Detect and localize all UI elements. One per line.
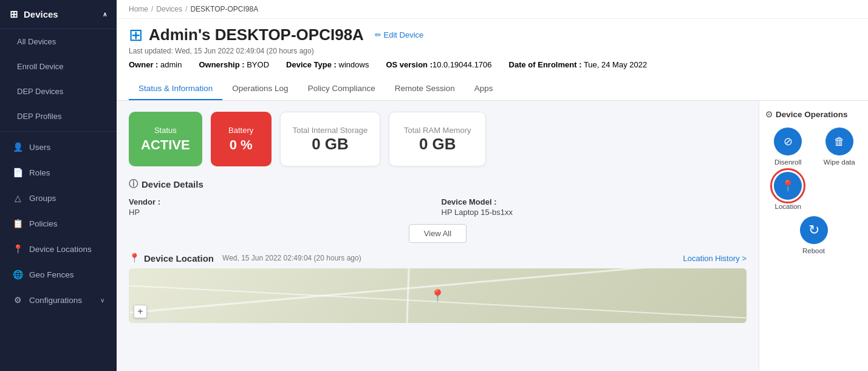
vendor-value: HP xyxy=(129,208,434,217)
sidebar: ⊞ Devices ∧ All Devices Enroll Device DE… xyxy=(0,0,117,371)
battery-label: Battery xyxy=(228,126,253,135)
ops-item-location: 📍 Location xyxy=(765,172,811,210)
location-header: 📍 Device Location Wed, 15 Jun 2022 02:49… xyxy=(129,253,747,264)
vendor-label: Vendor : xyxy=(129,197,434,206)
vendor-detail: Vendor : HP xyxy=(129,197,434,217)
policies-icon: 📋 xyxy=(12,219,23,228)
ram-value: 0 GB xyxy=(419,135,456,154)
roles-icon: 📄 xyxy=(12,168,23,177)
configurations-icon: ⚙ xyxy=(12,295,23,305)
reboot-button[interactable]: ↻ xyxy=(800,216,828,244)
map-background: 📍 xyxy=(129,268,747,323)
location-timestamp: Wed, 15 Jun 2022 02:49:04 (20 hours ago) xyxy=(222,254,361,262)
disenroll-button[interactable]: ⊘ xyxy=(774,128,802,155)
breadcrumb: Home / Devices / DESKTOP-OPCI98A xyxy=(117,0,868,19)
device-details-section: ⓘ Device Details Vendor : HP Device Mode… xyxy=(129,179,747,243)
devices-icon: ⊞ xyxy=(10,9,18,20)
tab-policy[interactable]: Policy Compliance xyxy=(298,78,385,100)
main-content: Home / Devices / DESKTOP-OPCI98A ⊞ Admin… xyxy=(117,0,868,371)
breadcrumb-devices[interactable]: Devices xyxy=(156,5,182,13)
status-cards: Status ACTIVE Battery 0 % Total Internal… xyxy=(129,112,747,166)
tab-apps[interactable]: Apps xyxy=(465,78,503,100)
geo-fences-icon: 🌐 xyxy=(12,270,23,279)
location-title: 📍 Device Location Wed, 15 Jun 2022 02:49… xyxy=(129,253,361,264)
storage-label: Total Internal Storage xyxy=(293,126,368,135)
tab-status[interactable]: Status & Information xyxy=(129,78,222,100)
windows-icon: ⊞ xyxy=(129,25,143,45)
sidebar-item-groups[interactable]: △ Groups xyxy=(0,185,117,211)
ops-item-wipe-data: 🗑 Wipe data xyxy=(817,128,863,166)
ops-item-disenroll: ⊘ Disenroll xyxy=(765,128,811,166)
map-placeholder: 📍 + xyxy=(129,268,747,323)
model-detail: Device Model : HP Laptop 15-bs1xx xyxy=(442,197,747,217)
ops-grid: ⊘ Disenroll 🗑 Wipe data 📍 Location xyxy=(765,128,862,210)
disenroll-label: Disenroll xyxy=(774,158,802,166)
breadcrumb-sep-1: / xyxy=(151,5,153,13)
sidebar-sub-items: All Devices Enroll Device DEP Devices DE… xyxy=(0,29,117,129)
sidebar-item-policies[interactable]: 📋 Policies xyxy=(0,211,117,236)
breadcrumb-sep-2: / xyxy=(185,5,187,13)
enrollment-label: Date of Enrolment : xyxy=(509,60,582,69)
ops-title-icon: ⊙ xyxy=(765,109,773,119)
battery-value: 0 % xyxy=(230,137,253,153)
devices-chevron: ∧ xyxy=(103,11,107,18)
battery-card: Battery 0 % xyxy=(211,112,272,166)
location-history-link[interactable]: Location History > xyxy=(683,254,747,263)
sidebar-item-users[interactable]: 👤 Users xyxy=(0,134,117,160)
storage-value: 0 GB xyxy=(312,135,349,154)
device-type-value: windows xyxy=(339,60,369,69)
map-pin-icon: 📍 xyxy=(430,288,445,303)
users-icon: 👤 xyxy=(12,142,23,152)
location-label: Location xyxy=(775,203,801,210)
sidebar-item-all-devices[interactable]: All Devices xyxy=(0,29,117,54)
device-location-section: 📍 Device Location Wed, 15 Jun 2022 02:49… xyxy=(129,253,747,323)
owner-value: admin xyxy=(160,60,182,69)
sidebar-item-device-locations[interactable]: 📍 Device Locations xyxy=(0,236,117,262)
wipe-data-label: Wipe data xyxy=(824,158,855,166)
sidebar-devices-header[interactable]: ⊞ Devices ∧ xyxy=(0,0,117,29)
tabs-bar: Status & Information Operations Log Poli… xyxy=(117,78,868,101)
map-zoom-in-button[interactable]: + xyxy=(134,305,147,318)
location-button[interactable]: 📍 xyxy=(774,172,802,200)
ram-label: Total RAM Memory xyxy=(404,126,471,135)
detail-grid: Vendor : HP Device Model : HP Laptop 15-… xyxy=(129,197,747,217)
sidebar-item-roles[interactable]: 📄 Roles xyxy=(0,160,117,185)
device-details-title: Device Details xyxy=(142,179,203,189)
status-label: Status xyxy=(154,126,177,135)
storage-card: Total Internal Storage 0 GB xyxy=(280,112,381,166)
device-operations-panel: ⊙ Device Operations ⊘ Disenroll 🗑 Wipe d… xyxy=(759,101,868,371)
ops-item-reboot: ↻ Reboot xyxy=(765,216,862,254)
status-value: ACTIVE xyxy=(141,137,190,153)
tab-remote[interactable]: Remote Session xyxy=(385,78,465,100)
reboot-label: Reboot xyxy=(802,247,825,254)
ram-card: Total RAM Memory 0 GB xyxy=(389,112,486,166)
sidebar-header-label: Devices xyxy=(24,9,58,19)
content-main: Status ACTIVE Battery 0 % Total Internal… xyxy=(117,101,759,371)
os-version-label: OS version : xyxy=(386,60,432,69)
device-locations-icon: 📍 xyxy=(12,244,23,254)
sidebar-item-enroll-device[interactable]: Enroll Device xyxy=(0,54,117,79)
page-header: ⊞ Admin's DESKTOP-OPCI98A ✏ Edit Device … xyxy=(117,19,868,73)
ops-title-text: Device Operations xyxy=(776,110,848,119)
model-value: HP Laptop 15-bs1xx xyxy=(442,208,747,217)
groups-icon: △ xyxy=(12,193,23,203)
ownership-label: Ownership : xyxy=(199,60,244,69)
model-label: Device Model : xyxy=(442,197,747,206)
wipe-data-button[interactable]: 🗑 xyxy=(825,128,853,155)
sidebar-item-geo-fences[interactable]: 🌐 Geo Fences xyxy=(0,262,117,287)
sidebar-item-dep-devices[interactable]: DEP Devices xyxy=(0,79,117,104)
sidebar-divider-1 xyxy=(0,131,117,132)
tab-operations[interactable]: Operations Log xyxy=(222,78,298,100)
device-meta: Owner : admin Ownership : BYOD Device Ty… xyxy=(129,60,856,69)
sidebar-item-dep-profiles[interactable]: DEP Profiles xyxy=(0,104,117,129)
enrollment-value: Tue, 24 May 2022 xyxy=(584,60,647,69)
page-title: Admin's DESKTOP-OPCI98A xyxy=(149,26,364,44)
location-title-text: Device Location xyxy=(144,253,214,264)
last-updated: Last updated: Wed, 15 Jun 2022 02:49:04 … xyxy=(129,47,856,55)
sidebar-item-configurations[interactable]: ⚙ Configurations ∨ xyxy=(0,287,117,313)
status-card: Status ACTIVE xyxy=(129,112,202,166)
edit-device-link[interactable]: ✏ Edit Device xyxy=(375,30,423,39)
breadcrumb-home[interactable]: Home xyxy=(129,5,148,13)
device-type-label: Device Type : xyxy=(286,60,337,69)
view-all-button[interactable]: View All xyxy=(409,224,466,243)
